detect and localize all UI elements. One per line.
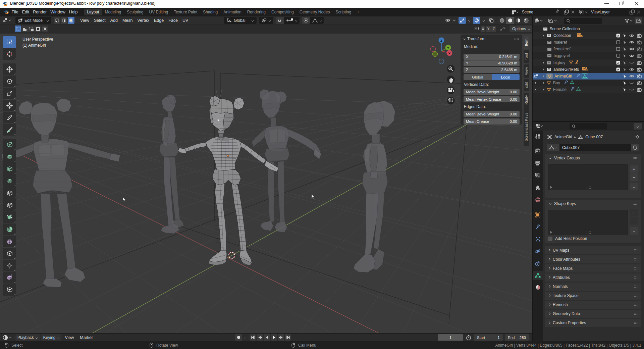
svg-text:2: 2 [582, 35, 583, 38]
svg-text:X: X [448, 51, 451, 55]
svg-text:Z: Z [440, 39, 442, 42]
svg-text:2: 2 [587, 69, 589, 71]
svg-text:Y: Y [447, 46, 449, 50]
